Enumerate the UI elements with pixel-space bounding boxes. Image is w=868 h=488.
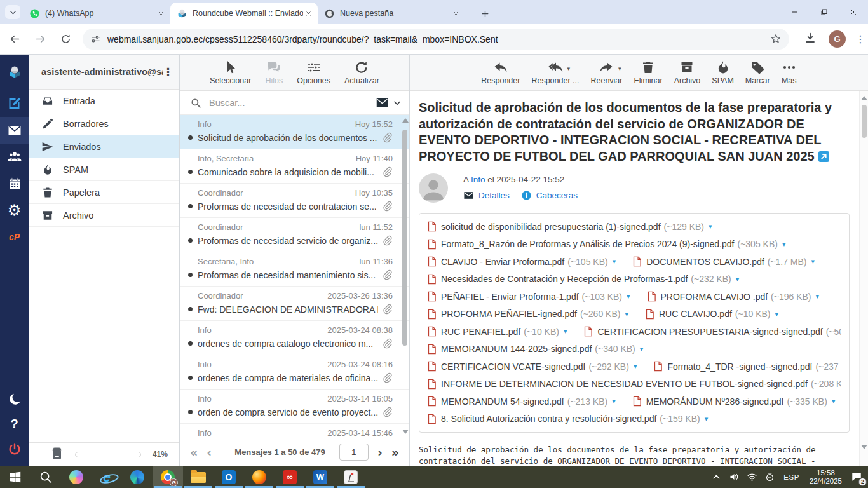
- list-scrollbar[interactable]: [402, 118, 408, 434]
- message-list-item[interactable]: Info2025-03-14 15:46: [180, 424, 409, 438]
- search-scope-button[interactable]: [376, 96, 402, 109]
- reader-scroll-thumb[interactable]: [862, 105, 867, 138]
- meet-now-icon[interactable]: [764, 471, 776, 483]
- calendar-button[interactable]: [0, 170, 29, 197]
- account-menu-icon[interactable]: ⋮: [163, 65, 173, 78]
- bookmark-star-icon[interactable]: [770, 33, 783, 46]
- attachment-menu-caret[interactable]: ▾: [736, 275, 740, 283]
- site-controls-icon[interactable]: [90, 34, 101, 44]
- prev-page-button[interactable]: ‹: [207, 445, 212, 459]
- clock[interactable]: 15:58 22/4/2025: [807, 469, 844, 485]
- taskbar-explorer-button[interactable]: [183, 466, 214, 488]
- scroll-down-arrow[interactable]: [402, 430, 409, 434]
- folder-item-spam[interactable]: SPAM: [29, 158, 179, 181]
- cpanel-button[interactable]: cP: [0, 224, 29, 250]
- reader-scrollbar[interactable]: [859, 91, 868, 466]
- taskbar-edge-button[interactable]: [122, 466, 153, 488]
- message-list-item[interactable]: Info2025-03-24 08:16ordenes de compra de…: [180, 355, 409, 390]
- attachment-link[interactable]: Formato_4_TDR -signed--signed.pdf(~237 K…: [653, 361, 841, 372]
- browser-tab-3[interactable]: Nueva pestaña: [318, 3, 465, 24]
- attachment-link[interactable]: CERTIFICACION VCATE-signed.pdf(~292 KB)▾: [427, 361, 637, 372]
- scroll-down-arrow[interactable]: [861, 445, 867, 449]
- attachment-menu-caret[interactable]: ▾: [705, 415, 709, 423]
- toolbar-reenviar-button[interactable]: ▾Reenviar: [590, 60, 622, 85]
- attachment-menu-caret[interactable]: ▾: [782, 240, 786, 248]
- folder-item-entrada[interactable]: Entrada: [29, 90, 179, 112]
- message-list-item[interactable]: Info2025-03-14 16:05orden de compra serv…: [180, 390, 409, 424]
- next-page-button[interactable]: ›: [377, 445, 383, 459]
- tab-close-icon[interactable]: [156, 8, 166, 19]
- toolbar-opciones-button[interactable]: Opciones: [297, 60, 330, 85]
- compose-button[interactable]: [0, 90, 29, 117]
- roundcube-logo-button[interactable]: [0, 55, 29, 90]
- toolbar-archivo-button[interactable]: Archivo: [674, 60, 701, 85]
- details-toggle[interactable]: Detalles: [463, 190, 510, 201]
- message-list-item[interactable]: Info, SecretariaHoy 11:40Comunicado sobr…: [180, 149, 409, 184]
- address-bar[interactable]: webmail.sanjuan.gob.ec/cpsess5112258460/…: [83, 29, 789, 50]
- attachment-menu-caret[interactable]: ▾: [612, 397, 616, 405]
- last-page-button[interactable]: »: [391, 445, 399, 459]
- toolbar-responder-button[interactable]: ▾Responder ...: [531, 60, 579, 85]
- volume-icon[interactable]: [728, 471, 740, 483]
- message-list-item[interactable]: Coordinador2025-03-26 13:36Fwd: DELEGACI…: [180, 287, 409, 321]
- attachment-link[interactable]: MEMORANDUM 54-signed.pdf(~213 KB)▾: [427, 396, 616, 407]
- taskbar-word-button[interactable]: W: [305, 466, 336, 488]
- toolbar-seleccionar-button[interactable]: Seleccionar: [210, 60, 251, 85]
- dropdown-caret-icon[interactable]: ▾: [567, 65, 570, 72]
- folder-item-papelera[interactable]: Papelera: [29, 181, 179, 204]
- toolbar-marcar-button[interactable]: Marcar: [745, 60, 770, 85]
- taskbar-ie-button[interactable]: e: [92, 466, 122, 488]
- folder-item-archivo[interactable]: Archivo: [29, 204, 179, 227]
- reload-button[interactable]: [55, 29, 76, 50]
- search-input[interactable]: [208, 97, 376, 109]
- new-tab-button[interactable]: [478, 6, 492, 20]
- taskbar-search-button[interactable]: [31, 466, 61, 488]
- message-list-item[interactable]: Coordinadorlun 11:52Proformas de necesid…: [180, 218, 409, 252]
- back-button[interactable]: [4, 29, 25, 50]
- attachment-menu-caret[interactable]: ▾: [816, 292, 820, 301]
- attachment-menu-caret[interactable]: ▾: [832, 397, 836, 405]
- message-list-item[interactable]: Info2025-03-24 08:38ordenes de compra ca…: [180, 321, 409, 355]
- maximize-button[interactable]: [810, 0, 839, 24]
- toolbar-más-button[interactable]: Más: [782, 60, 797, 85]
- attachment-link[interactable]: solicitud de disponibilidad presupuestar…: [427, 221, 712, 232]
- notification-center-icon[interactable]: 2: [850, 471, 864, 484]
- attachment-link[interactable]: INFORME DE DETERMINACION DE NECESIDAD EV…: [427, 379, 841, 390]
- contacts-button[interactable]: [0, 144, 29, 170]
- page-number-input[interactable]: [339, 444, 369, 461]
- attachment-link[interactable]: MEMORANDUM 144-2025-signed.pdf(~340 KB)▾: [427, 344, 643, 355]
- message-list-item[interactable]: InfoHoy 15:52Solicitud de aprobación de …: [180, 115, 409, 149]
- logout-button[interactable]: [0, 437, 29, 462]
- toolbar-actualizar-button[interactable]: Actualizar: [344, 60, 379, 85]
- folder-item-borradores[interactable]: Borradores: [29, 112, 179, 135]
- attachment-link[interactable]: Formato_8_Razón de Proformas y Análisis …: [427, 239, 785, 250]
- dropdown-caret-icon[interactable]: ▾: [618, 65, 621, 72]
- attachment-menu-caret[interactable]: ▾: [613, 257, 616, 266]
- attachment-menu-caret[interactable]: ▾: [625, 310, 628, 318]
- browser-tab-1[interactable]: (4) WhatsApp: [23, 3, 170, 24]
- tray-expand-icon[interactable]: [710, 471, 722, 483]
- scroll-up-arrow[interactable]: [402, 118, 409, 123]
- toolbar-responder-button[interactable]: Responder: [481, 60, 520, 85]
- taskbar-outlook-button[interactable]: O: [214, 466, 244, 488]
- attachment-menu-caret[interactable]: ▾: [709, 222, 712, 231]
- recipient-link[interactable]: Info: [471, 175, 485, 184]
- attachment-link[interactable]: PEÑAFIEL - Enviar Proforma-1.pdf(~103 KB…: [427, 291, 630, 302]
- toolbar-spam-button[interactable]: SPAM: [712, 60, 734, 85]
- toolbar-eliminar-button[interactable]: Eliminar: [634, 60, 662, 85]
- taskbar-acrobat-button[interactable]: ∞: [275, 466, 305, 488]
- attachment-link[interactable]: RUC PENAFIEL.pdf(~10 KB)▾: [427, 326, 567, 337]
- attachment-link[interactable]: Necesidades de Contratación y Recepción …: [427, 274, 739, 285]
- list-scroll-thumb[interactable]: [402, 130, 407, 346]
- taskbar-start-button[interactable]: [0, 466, 31, 488]
- attachment-menu-caret[interactable]: ▾: [775, 310, 778, 318]
- tab-search-button[interactable]: [5, 5, 20, 19]
- browser-menu-icon[interactable]: ⋮: [855, 33, 866, 45]
- minimize-button[interactable]: [780, 0, 810, 24]
- attachment-link[interactable]: CERTIFICACION PRESUPUESTARIA-signed-sign…: [583, 326, 841, 337]
- first-page-button[interactable]: «: [190, 445, 198, 459]
- settings-button[interactable]: ⚙: [0, 197, 29, 224]
- mail-button[interactable]: [0, 117, 29, 144]
- headers-toggle[interactable]: Cabeceras: [521, 190, 578, 201]
- open-in-new-window-icon[interactable]: [818, 151, 829, 162]
